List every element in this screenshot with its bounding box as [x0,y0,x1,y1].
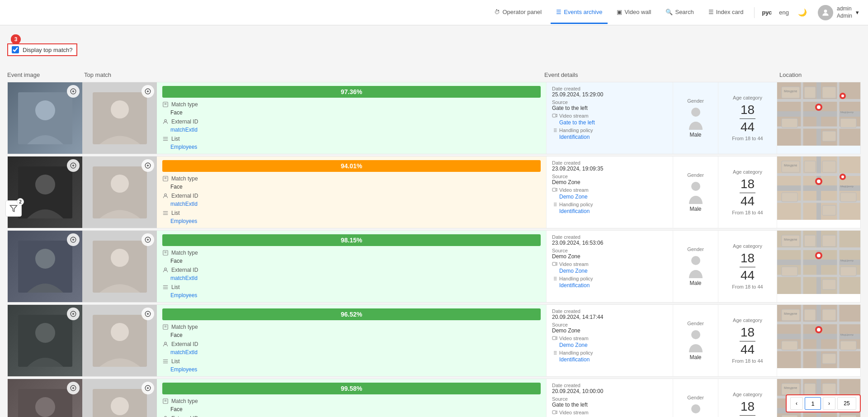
handling-policy-row: Handling policy [552,128,667,133]
filter-button[interactable]: 2 [5,200,22,217]
video-stream-link[interactable]: Demo Zone [559,342,667,348]
display-top-match-checkbox[interactable] [12,46,19,53]
gender-cell: Gender Male [673,156,718,228]
external-id-row: External ID [162,118,541,125]
location-cell[interactable]: Менделе МедЦентр [777,156,860,228]
list-link[interactable]: Employees [170,366,197,373]
video-icon: ▣ [617,9,622,15]
list-link[interactable]: Employees [170,292,197,299]
pagination-prev-button[interactable]: ‹ [790,397,803,410]
handling-policy-label: Handling policy [559,128,593,133]
svg-rect-214 [840,415,856,417]
match-info-cell: 98.15% Match type Face External ID match… [157,231,546,302]
match-score-bar: 97.36% [162,86,541,98]
list-link[interactable]: Employees [170,144,197,150]
event-image-expand-button[interactable] [67,233,80,246]
top-match-expand-button[interactable] [142,85,154,98]
header-location: Location [779,71,861,78]
external-id-link[interactable]: matchExtId [170,349,198,355]
svg-rect-36 [782,118,797,128]
events-list: 97.36% Match type Face External ID match… [7,82,861,417]
external-id-link[interactable]: matchExtId [170,201,198,207]
person-icon [162,267,169,273]
person-icon [162,415,169,417]
policy-icon [552,128,557,133]
top-match-image-cell [82,156,157,228]
list-link[interactable]: Employees [170,218,197,224]
match-type-label: Match type [171,324,198,330]
handling-policy-link[interactable]: Identification [559,356,667,363]
nav-events-archive[interactable]: ☰ Events archive [551,1,608,24]
external-id-link[interactable]: matchExtId [170,127,198,133]
match-type-icon [162,101,169,108]
svg-point-2 [35,100,55,120]
list-label: List [171,358,180,365]
location-cell[interactable]: Менделе МедЦентр [777,305,860,376]
nav-search[interactable]: 🔍 Search [660,1,699,24]
age-bottom-value: 44 [741,269,755,283]
external-id-label: External ID [171,267,198,273]
svg-rect-81 [782,193,797,202]
age-cell: Age category 18 44 From 18 to 44 [718,379,777,417]
age-divider [740,415,755,416]
svg-point-97 [111,249,129,267]
external-id-link[interactable]: matchExtId [170,275,198,281]
top-match-expand-button[interactable] [142,233,154,246]
pagination-next-button[interactable]: › [823,397,835,410]
event-image-expand-button[interactable] [67,85,80,98]
top-match-expand-button[interactable] [142,308,154,320]
svg-point-59 [165,194,167,196]
svg-rect-213 [822,384,836,395]
video-stream-icon [552,187,557,193]
event-image-expand-button[interactable] [67,308,80,320]
nav-operator-panel[interactable]: ⏱ Operator panel [489,1,547,24]
svg-point-202 [691,404,700,413]
date-created-label: Date created [552,160,667,166]
lang-ru-button[interactable]: рус [760,7,774,18]
top-match-image-cell [82,82,157,154]
location-cell[interactable]: Менделе МедЦентр [777,82,860,154]
display-top-match-label[interactable]: Display top match? [7,43,77,56]
nav-video-wall[interactable]: ▣ Video wall [611,1,656,24]
video-stream-link[interactable]: Demo Zone [559,194,667,200]
list-value: Employees [170,292,541,299]
location-cell[interactable]: Менделе МедЦентр [777,231,860,302]
list-row: List [162,358,541,365]
svg-rect-128 [840,267,856,276]
match-info-cell: 99.58% Match type Face External ID match… [157,379,546,417]
video-stream-label: Video stream [559,410,589,415]
gender-value: Male [689,280,701,286]
svg-point-0 [824,9,827,13]
event-image-expand-button[interactable] [67,382,80,394]
svg-rect-172 [822,354,836,364]
gender-person-icon [687,329,705,352]
video-stream-link[interactable]: Demo Zone [559,268,667,274]
user-section[interactable]: admin Admin ▾ [818,5,859,20]
svg-point-116 [691,256,700,265]
video-stream-icon [552,410,557,415]
svg-rect-211 [804,384,816,395]
gender-person-icon [687,106,705,130]
top-navigation: ⏱ Operator panel ☰ Events archive ▣ Vide… [0,0,868,25]
handling-policy-link[interactable]: Identification [559,282,667,289]
source-label: Source [552,100,667,105]
theme-toggle-button[interactable]: 🌙 [794,6,811,19]
video-stream-link[interactable]: Gate to the left [559,119,667,126]
handling-policy-link[interactable]: Identification [559,134,667,140]
event-image-expand-button[interactable] [67,159,80,172]
policy-icon [552,202,557,207]
top-match-expand-button[interactable] [142,159,154,172]
svg-rect-35 [804,87,816,98]
event-row: 98.15% Match type Face External ID match… [7,230,861,303]
policy-icon [552,350,557,355]
pagination-bar: ‹ › [786,394,861,412]
list-icon [162,284,169,290]
pagination-page-size[interactable] [837,397,856,410]
nav-index-card[interactable]: ☰ Index card [703,1,749,24]
lang-en-button[interactable]: eng [777,7,791,18]
age-top-value: 18 [741,103,755,117]
handling-policy-link[interactable]: Identification [559,208,667,214]
event-details-cell: Date created 23.09.2024, 16:53:06 Source… [546,231,673,302]
top-match-expand-button[interactable] [142,382,154,394]
pagination-page-input[interactable] [805,397,821,410]
